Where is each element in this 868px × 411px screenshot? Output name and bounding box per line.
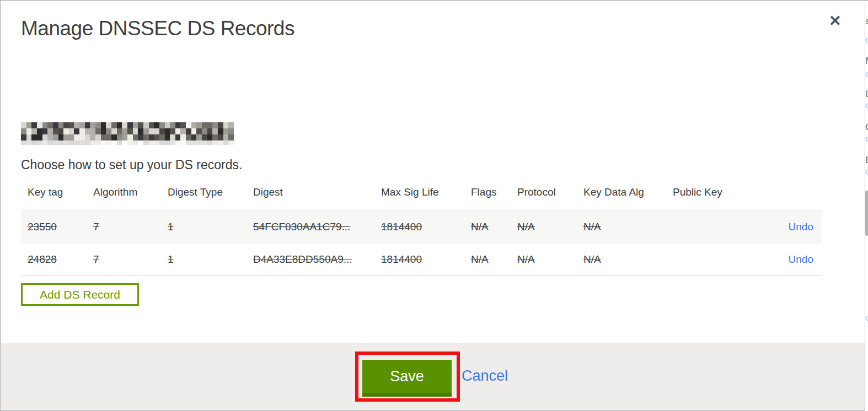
redaction-pixel (138, 140, 143, 145)
redaction-pixel (122, 134, 127, 140)
redaction-pixel (74, 128, 79, 134)
redaction-pixel (180, 134, 186, 140)
redaction-pixel (196, 140, 202, 145)
redaction-pixel (63, 140, 69, 145)
redaction-pixel (191, 122, 197, 128)
redaction-pixel (47, 134, 53, 140)
cell-actions: Undo (769, 253, 822, 266)
redaction-pixel (117, 122, 122, 128)
cell-protocol: N/A (511, 253, 577, 266)
redaction-pixel (207, 128, 213, 134)
redaction-pixel (223, 134, 229, 140)
redaction-pixel (85, 134, 90, 140)
redaction-pixel (111, 134, 117, 140)
ds-records-table: Key tag Algorithm Digest Type Digest Max… (21, 185, 822, 276)
redaction-pixel (138, 128, 143, 134)
undo-link[interactable]: Undo (789, 253, 813, 265)
redaction-pixel (207, 134, 213, 140)
cell-key-data-alg: N/A (577, 221, 666, 233)
redaction-pixel (74, 134, 79, 140)
redaction-pixel (159, 134, 165, 140)
redaction-pixel (101, 134, 106, 140)
cell-key-data-alg: N/A (577, 253, 666, 266)
redaction-pixel (106, 128, 111, 134)
clipped-text-fragment: s (865, 17, 868, 26)
redaction-pixel (63, 128, 69, 134)
cell-max-sig-life: 1814400 (374, 221, 464, 233)
redaction-pixel (212, 128, 218, 134)
col-header-digest-type: Digest Type (161, 186, 247, 198)
cell-algorithm: 7 (87, 221, 161, 233)
cell-key-tag: 24828 (21, 253, 87, 266)
save-button[interactable]: Save (362, 360, 452, 397)
redaction-pixel (106, 140, 111, 145)
redaction-pixel (212, 134, 218, 140)
redaction-pixel (47, 128, 53, 134)
redaction-pixel (149, 128, 154, 134)
redaction-pixel (127, 128, 133, 134)
redaction-pixel (154, 134, 159, 140)
cell-protocol: N/A (511, 221, 577, 233)
clipped-text-fragment: d (865, 313, 868, 322)
table-row: 23550 7 1 54FCF030AA1C79... 1814400 N/A … (21, 210, 822, 243)
redaction-pixel (133, 128, 138, 134)
redaction-pixel (63, 134, 69, 140)
clipped-text-fragment: o (865, 167, 868, 176)
redaction-pixel (149, 134, 154, 140)
cell-key-tag: 23550 (21, 221, 87, 233)
redaction-pixel (202, 128, 207, 134)
redaction-pixel (21, 140, 26, 145)
clipped-text-fragment: E (865, 155, 868, 165)
add-ds-record-button[interactable]: Add DS Record (21, 283, 139, 306)
redaction-pixel (196, 128, 202, 134)
redaction-pixel (149, 140, 154, 145)
redaction-pixel (218, 140, 223, 145)
redaction-pixel (79, 140, 85, 145)
cancel-link[interactable]: Cancel (462, 367, 508, 385)
undo-link[interactable]: Undo (789, 221, 813, 232)
redaction-pixel (95, 128, 101, 134)
table-row: 24828 7 1 D4A33E8DD550A9... 1814400 N/A … (21, 243, 822, 276)
redaction-pixel (170, 128, 175, 134)
redaction-pixel (26, 140, 32, 145)
redaction-pixel (165, 122, 170, 128)
redaction-pixel (37, 140, 42, 145)
redaction-pixel (202, 122, 207, 128)
redaction-pixel (175, 128, 181, 134)
redaction-pixel (218, 128, 223, 134)
redaction-pixel (175, 134, 181, 140)
redaction-pixel (175, 122, 181, 128)
redaction-pixel (26, 128, 32, 134)
redaction-pixel (117, 134, 122, 140)
redacted-domain-name (21, 122, 234, 147)
redaction-pixel (165, 140, 170, 145)
redaction-pixel (143, 140, 149, 145)
clipped-text-fragment: o (865, 101, 868, 110)
redaction-pixel (133, 122, 138, 128)
redaction-pixel (79, 134, 85, 140)
redaction-pixel (101, 122, 106, 128)
redaction-pixel (223, 140, 229, 145)
redaction-pixel (159, 128, 165, 134)
redaction-pixel (58, 128, 64, 134)
clipped-text-fragment: o (865, 69, 868, 79)
redaction-pixel (95, 134, 101, 140)
redaction-pixel (53, 128, 58, 134)
redaction-pixel (21, 134, 26, 140)
background-page-edge: soNoLoCoEod (865, 1, 868, 411)
redaction-pixel (74, 122, 79, 128)
redaction-pixel (186, 134, 191, 140)
redaction-pixel (186, 122, 191, 128)
redaction-pixel (37, 122, 42, 128)
redaction-pixel (175, 140, 181, 145)
redaction-pixel (133, 140, 138, 145)
close-icon[interactable]: ✕ (827, 12, 844, 31)
redaction-pixel (31, 128, 37, 134)
redaction-pixel (186, 140, 191, 145)
redaction-pixel (74, 140, 79, 145)
background-scrollbar-thumb[interactable] (865, 191, 868, 236)
redaction-pixel (85, 140, 90, 145)
redaction-pixel (170, 140, 175, 145)
table-header-row: Key tag Algorithm Digest Type Digest Max… (21, 185, 822, 210)
redaction-pixel (143, 128, 149, 134)
